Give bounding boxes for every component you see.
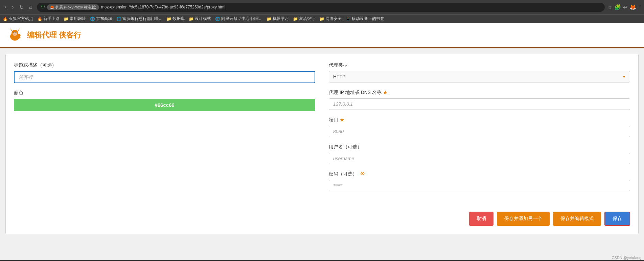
bookmark-fudian[interactable]: 📁 富滇银行: [293, 16, 315, 22]
port-label: 端口 ★: [329, 117, 630, 123]
folder-icon: 📁: [319, 17, 324, 21]
ip-field-group: 代理 IP 地址或 DNS 名称 ★: [329, 89, 630, 110]
nav-buttons: ‹ › ↻ ⌂: [3, 3, 34, 11]
url-text: moz-extension://dc5a1870-7df0-478d-ac93-…: [101, 5, 225, 9]
port-required-star: ★: [340, 117, 344, 123]
color-field-group: 颜色 #66cc66: [14, 90, 315, 111]
bookmark-label: 火狐官方站点: [9, 16, 33, 22]
proxy-type-field-group: 代理类型 HTTP HTTPS SOCKS4 SOCKS5: [329, 62, 630, 82]
color-button[interactable]: #66cc66: [14, 99, 315, 111]
bookmark-label: 移动设备上的书签: [352, 16, 384, 22]
folder-icon: 📁: [166, 17, 171, 21]
password-field-group: 密码（可选） 👁: [329, 171, 630, 191]
title-field-group: 标题或描述（可选）: [14, 62, 315, 83]
page-header: 编辑代理 侠客行: [0, 23, 644, 48]
globe-icon: 🌐: [215, 17, 220, 21]
color-label: 颜色: [14, 90, 315, 96]
page-title: 编辑代理 侠客行: [27, 30, 81, 40]
newbie-icon: 🔥: [37, 17, 42, 21]
globe-icon: 🌐: [116, 17, 121, 21]
svg-point-8: [16, 32, 17, 33]
port-field-group: 端口 ★: [329, 117, 630, 137]
title-input[interactable]: [14, 71, 315, 83]
bookmark-aliyun[interactable]: 🌐 阿里云帮助中心-阿里...: [215, 16, 262, 22]
bookmark-label: 京东商城: [96, 16, 112, 22]
mobile-icon: 📱: [346, 17, 351, 21]
port-input[interactable]: [329, 126, 630, 137]
bookmark-label: 数据库: [172, 16, 185, 22]
form-grid: 标题或描述（可选） 颜色 #66cc66 代理类型: [14, 62, 630, 198]
bookmarks-bar: 🔥 火狐官方站点 🔥 新手上路 📁 常用网址 🌐 京东商城 🌐 富滇银行总行部门…: [0, 14, 644, 23]
password-label: 密码（可选） 👁: [329, 171, 630, 177]
save-edit-button[interactable]: 保存并编辑模式: [553, 212, 601, 226]
menu-icon[interactable]: ≡: [638, 4, 641, 10]
folder-icon: 📁: [293, 17, 298, 21]
bookmark-label: 新手上路: [43, 16, 60, 22]
bookmark-ml[interactable]: 📁 机器学习: [267, 16, 289, 22]
bookmark-label: 阿里云帮助中心-阿里...: [221, 16, 262, 22]
foxyproxy-logo: [7, 27, 23, 43]
home-button[interactable]: ⌂: [27, 3, 34, 11]
proxy-type-select-wrapper: HTTP HTTPS SOCKS4 SOCKS5: [329, 71, 630, 82]
ip-required-star: ★: [383, 89, 388, 96]
save-button[interactable]: 保存: [604, 212, 630, 226]
username-field-group: 用户名（可选）: [329, 144, 630, 164]
svg-point-9: [15, 34, 16, 34]
bookmark-mobile[interactable]: 📱 移动设备上的书签: [346, 16, 384, 22]
bookmark-label: 设计模式: [195, 16, 211, 22]
firefox-icon: 🔥: [3, 17, 8, 21]
bookmark-label: 富滇银行总行部门最...: [122, 16, 162, 22]
password-toggle-eye-icon[interactable]: 👁: [360, 171, 365, 177]
address-bar[interactable]: 🛡 🦊 扩展 (FoxyProxy 标准版) moz-extension://d…: [37, 3, 604, 12]
forward-button[interactable]: ›: [10, 3, 16, 11]
username-label: 用户名（可选）: [329, 144, 630, 150]
ip-input[interactable]: [329, 98, 630, 110]
form-right: 代理类型 HTTP HTTPS SOCKS4 SOCKS5 代理 IP 地址或 …: [329, 62, 630, 198]
extension-label: 🦊 扩展 (FoxyProxy 标准版): [47, 4, 99, 10]
shield-icon: 🛡: [41, 5, 45, 9]
ip-label: 代理 IP 地址或 DNS 名称 ★: [329, 89, 630, 96]
button-bar: 取消 保存并添加另一个 保存并编辑模式 保存: [14, 206, 630, 226]
toolbar-right: ☆ 🧩 ↩ 🦊 ≡: [607, 4, 641, 10]
folder-icon: 📁: [64, 17, 69, 21]
password-input[interactable]: [329, 180, 630, 191]
proxy-type-select[interactable]: HTTP HTTPS SOCKS4 SOCKS5: [329, 71, 630, 82]
profile-icon[interactable]: 🦊: [629, 4, 636, 10]
bookmark-db[interactable]: 📁 数据库: [166, 16, 185, 22]
bookmark-design[interactable]: 📁 设计模式: [189, 16, 211, 22]
bookmark-bank[interactable]: 🌐 富滇银行总行部门最...: [116, 16, 162, 22]
browser-chrome: ‹ › ↻ ⌂ 🛡 🦊 扩展 (FoxyProxy 标准版) moz-exten…: [0, 0, 644, 14]
bookmark-firefox[interactable]: 🔥 火狐官方站点: [3, 16, 33, 22]
back-arrow-icon[interactable]: ↩: [623, 4, 627, 10]
title-label: 标题或描述（可选）: [14, 62, 315, 68]
bookmark-label: 机器学习: [273, 16, 289, 22]
bookmark-label: 常用网址: [70, 16, 86, 22]
save-add-button[interactable]: 保存并添加另一个: [497, 212, 550, 226]
watermark: CSDN @yetufang: [612, 256, 641, 260]
bookmark-newbie[interactable]: 🔥 新手上路: [37, 16, 60, 22]
form-container: 标题或描述（可选） 颜色 #66cc66 代理类型: [5, 54, 639, 234]
bookmark-security[interactable]: 📁 网络安全: [319, 16, 342, 22]
bookmark-label: 网络安全: [325, 16, 342, 22]
bookmark-common[interactable]: 📁 常用网址: [64, 16, 86, 22]
username-input[interactable]: [329, 153, 630, 164]
bookmark-label: 富滇银行: [299, 16, 315, 22]
folder-icon: 📁: [189, 17, 194, 21]
form-left: 标题或描述（可选） 颜色 #66cc66: [14, 62, 315, 198]
proxy-type-label: 代理类型: [329, 62, 630, 68]
back-button[interactable]: ‹: [3, 3, 8, 11]
svg-point-7: [14, 32, 15, 33]
cancel-button[interactable]: 取消: [469, 212, 493, 226]
globe-icon: 🌐: [90, 17, 95, 21]
folder-icon: 📁: [267, 17, 272, 21]
bookmark-star-icon[interactable]: ☆: [607, 4, 612, 10]
extensions-icon[interactable]: 🧩: [614, 4, 621, 10]
bookmark-jd[interactable]: 🌐 京东商城: [90, 16, 112, 22]
refresh-button[interactable]: ↻: [17, 3, 26, 11]
page-background: 编辑代理 侠客行 标题或描述（可选） 颜色 #66cc66: [0, 23, 644, 260]
